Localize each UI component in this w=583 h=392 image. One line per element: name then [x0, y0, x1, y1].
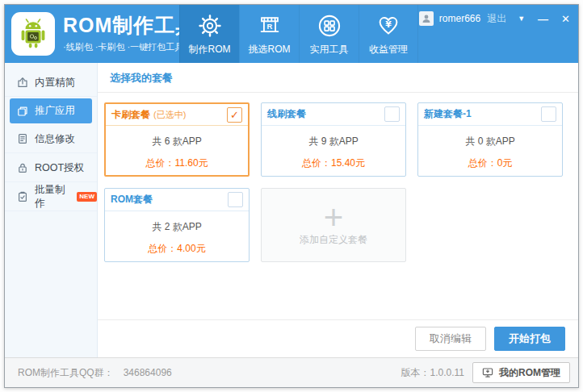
sidebar-item-promote-apps[interactable]: 推广应用	[10, 98, 92, 123]
minimize-icon[interactable]: —	[538, 13, 548, 25]
status-bar: ROM制作工具QQ群： 346864096 版本：1.0.0.11 我的ROM管…	[5, 357, 578, 387]
app-subtitle: ·线刷包 ·卡刷包 ·一键打包工具	[63, 41, 196, 53]
card-body: 共 9 款APP 总价：15.40元	[262, 126, 405, 170]
card-head: ROM套餐	[105, 189, 249, 211]
package-app-count: 共 2 款APP	[105, 220, 249, 234]
package-card-new-1[interactable]: 新建套餐-1 共 0 款APP 总价：0元	[417, 102, 563, 177]
package-checkbox[interactable]	[541, 106, 556, 122]
package-price: 总价：15.40元	[262, 156, 405, 170]
storefront-icon: R	[256, 12, 283, 40]
user-avatar[interactable]	[419, 11, 434, 26]
sidebar-item-label: ROOT授权	[35, 161, 84, 175]
nav-label: 实用工具	[310, 43, 349, 56]
package-price: 总价：4.00元	[105, 242, 249, 256]
package-card-rom[interactable]: ROM套餐 共 2 款APP 总价：4.00元	[104, 188, 250, 262]
package-checkbox[interactable]	[228, 192, 243, 207]
package-checkbox[interactable]	[384, 106, 400, 122]
titlebar-controls: romer666 退出 ▼ — ✕	[419, 11, 570, 26]
package-cards: 卡刷套餐 (已选中) ✓ 共 6 款APP 总价：11.60元 线刷套餐 共 9…	[98, 93, 578, 319]
card-body: 共 2 款APP 总价：4.00元	[105, 211, 249, 256]
package-checkbox-checked[interactable]: ✓	[227, 107, 242, 123]
package-card-kashua[interactable]: 卡刷套餐 (已选中) ✓ 共 6 款APP 总价：11.60元	[104, 102, 250, 177]
document-icon	[17, 133, 28, 144]
package-price: 总价：11.60元	[106, 156, 248, 170]
plus-icon: +	[324, 203, 344, 232]
card-body: 共 6 款APP 总价：11.60元	[106, 126, 248, 170]
gear-icon	[196, 12, 224, 40]
qq-group-number: 346864096	[124, 367, 172, 378]
package-app-count: 共 6 款APP	[106, 135, 248, 148]
sidebar-item-builtin-trim[interactable]: 内置精简	[5, 69, 97, 97]
nav-item-make-rom[interactable]: 制作ROM	[179, 5, 239, 63]
new-badge: NEW	[77, 192, 97, 202]
package-name: 线刷套餐	[267, 107, 306, 121]
heart-yuan-icon: ¥	[375, 12, 402, 40]
chevron-down-icon[interactable]: ▼	[518, 15, 525, 23]
package-name: ROM套餐	[111, 193, 153, 206]
grid-circle-icon	[316, 12, 343, 40]
clipboard-check-icon	[17, 191, 28, 202]
nav-item-tools[interactable]: 实用工具	[299, 5, 359, 63]
sidebar-item-info-edit[interactable]: 信息修改	[5, 125, 97, 153]
sidebar-item-label: 信息修改	[35, 132, 75, 146]
qq-group-label: ROM制作工具QQ群：	[18, 366, 114, 380]
package-selected-note: (已选中)	[153, 109, 186, 121]
svg-text:R: R	[266, 22, 272, 31]
action-bar: 取消编辑 开始打包	[98, 319, 578, 357]
my-rom-manage-button[interactable]: 我的ROM管理	[472, 362, 570, 383]
main-nav: 制作ROM R 挑选ROM	[179, 5, 418, 63]
nav-item-revenue[interactable]: ¥ 收益管理	[359, 5, 418, 63]
package-name: 新建套餐-1	[424, 107, 472, 121]
nav-label: 制作ROM	[189, 43, 231, 56]
status-right: 版本：1.0.0.11 我的ROM管理	[401, 362, 570, 383]
package-app-count: 共 0 款APP	[418, 135, 562, 148]
lock-icon	[17, 162, 28, 173]
copy-box-icon	[17, 106, 28, 117]
nav-item-pick-rom[interactable]: R 挑选ROM	[239, 5, 299, 63]
header-bar: ROM制作工具 ·线刷包 ·卡刷包 ·一键打包工具	[5, 5, 578, 63]
app-window: ROM制作工具 ·线刷包 ·卡刷包 ·一键打包工具	[4, 4, 579, 388]
cancel-edit-button[interactable]: 取消编辑	[415, 327, 486, 351]
sidebar-item-root-auth[interactable]: ROOT授权	[5, 154, 97, 182]
user-name: romer666	[439, 13, 480, 24]
sidebar: 内置精简 推广应用 信息修改	[5, 63, 98, 357]
package-price: 总价：0元	[418, 156, 562, 170]
sidebar-item-label: 推广应用	[35, 104, 75, 118]
svg-text:¥: ¥	[385, 19, 392, 30]
monitor-download-icon	[482, 367, 493, 378]
app-logo-android-icon	[11, 12, 55, 56]
card-head: 卡刷套餐 (已选中) ✓	[106, 104, 248, 126]
app-title: ROM制作工具	[63, 13, 196, 37]
package-card-xianshua[interactable]: 线刷套餐 共 9 款APP 总价：15.40元	[261, 102, 406, 177]
start-pack-button[interactable]: 开始打包	[494, 327, 565, 351]
nav-label: 收益管理	[369, 43, 408, 56]
card-head: 新建套餐-1	[418, 103, 562, 126]
logout-link[interactable]: 退出	[487, 12, 506, 26]
my-rom-manage-label: 我的ROM管理	[499, 366, 560, 380]
card-head: 线刷套餐	[262, 103, 405, 126]
version-label: 版本：1.0.0.11	[401, 366, 464, 380]
sidebar-item-batch-make[interactable]: 批量制作 NEW	[5, 183, 97, 211]
app-title-block: ROM制作工具 ·线刷包 ·卡刷包 ·一键打包工具	[63, 13, 196, 53]
sidebar-item-label: 内置精简	[35, 76, 75, 90]
add-package-label: 添加自定义套餐	[300, 233, 367, 247]
sidebar-item-label: 批量制作	[35, 183, 74, 211]
add-package-card[interactable]: + 添加自定义套餐	[261, 188, 406, 262]
upload-box-icon	[17, 77, 28, 88]
main-panel: 选择我的套餐 卡刷套餐 (已选中) ✓ 共 6 款APP 总价：11.60元 线…	[98, 63, 578, 357]
package-name: 卡刷套餐	[111, 108, 150, 122]
nav-label: 挑选ROM	[249, 43, 291, 56]
close-icon[interactable]: ✕	[561, 13, 570, 25]
page-title: 选择我的套餐	[98, 63, 578, 93]
package-app-count: 共 9 款APP	[262, 135, 405, 148]
card-body: 共 0 款APP 总价：0元	[418, 126, 562, 170]
